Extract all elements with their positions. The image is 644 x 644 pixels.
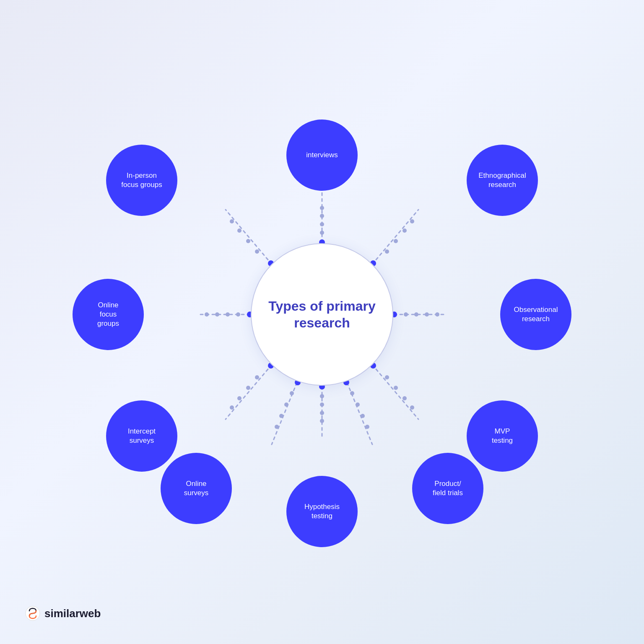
svg-point-11 <box>320 222 324 226</box>
svg-point-13 <box>320 206 324 210</box>
svg-line-6 <box>272 383 297 444</box>
logo: similarweb <box>25 606 101 621</box>
svg-point-18 <box>404 312 408 317</box>
svg-point-39 <box>246 386 250 390</box>
svg-point-14 <box>385 249 389 254</box>
svg-point-26 <box>350 391 354 395</box>
svg-point-49 <box>230 219 234 223</box>
diagram-container: Types of primary research interviews Eth… <box>133 126 511 503</box>
svg-point-43 <box>226 312 230 317</box>
satellite-observational: Observationalresearch <box>500 279 571 350</box>
logo-text: similarweb <box>44 607 101 620</box>
satellite-hypothesis: Hypothesistesting <box>286 476 358 547</box>
svg-point-15 <box>394 239 398 243</box>
svg-point-37 <box>275 425 279 429</box>
svg-point-24 <box>402 396 407 400</box>
svg-line-3 <box>372 365 418 419</box>
svg-point-10 <box>320 231 324 235</box>
satellite-mvp: MVPtesting <box>467 400 538 472</box>
satellite-online-surveys: Onlinesurveys <box>161 453 232 524</box>
svg-point-45 <box>205 312 209 317</box>
svg-point-47 <box>246 239 250 243</box>
svg-point-29 <box>365 425 369 429</box>
satellite-online-focus: Onlinefocusgroups <box>73 279 144 350</box>
svg-line-4 <box>347 383 372 444</box>
svg-point-34 <box>290 391 294 395</box>
svg-point-30 <box>320 394 324 398</box>
svg-point-42 <box>236 312 240 317</box>
satellite-product: Product/field trials <box>412 453 483 524</box>
svg-point-27 <box>356 402 360 407</box>
svg-point-21 <box>435 312 439 317</box>
svg-point-38 <box>255 375 259 379</box>
svg-point-20 <box>425 312 429 317</box>
satellite-intercept: Interceptsurveys <box>106 400 177 472</box>
svg-line-7 <box>226 365 272 419</box>
similarweb-logo-icon <box>25 606 40 621</box>
svg-point-48 <box>237 229 242 233</box>
svg-point-22 <box>385 375 389 379</box>
svg-point-44 <box>215 312 219 317</box>
svg-line-1 <box>372 210 418 264</box>
svg-point-23 <box>394 386 398 390</box>
center-text: Types of primary research <box>252 289 392 340</box>
svg-point-31 <box>320 402 324 407</box>
svg-point-36 <box>279 414 283 418</box>
svg-point-40 <box>237 396 242 400</box>
svg-point-28 <box>361 414 365 418</box>
svg-point-35 <box>284 402 288 407</box>
satellite-ethnographical: Ethnographicalresearch <box>467 145 538 216</box>
satellite-inperson: In-personfocus groups <box>106 145 177 216</box>
svg-point-41 <box>230 405 234 410</box>
svg-point-12 <box>320 214 324 218</box>
svg-point-25 <box>410 405 414 410</box>
svg-point-33 <box>320 419 324 423</box>
svg-line-9 <box>226 210 272 264</box>
svg-point-17 <box>410 219 414 223</box>
center-circle: Types of primary research <box>251 243 393 386</box>
svg-point-16 <box>402 229 407 233</box>
satellite-interviews: interviews <box>286 119 358 191</box>
svg-point-32 <box>320 411 324 415</box>
svg-point-19 <box>414 312 418 317</box>
svg-point-46 <box>255 249 259 254</box>
